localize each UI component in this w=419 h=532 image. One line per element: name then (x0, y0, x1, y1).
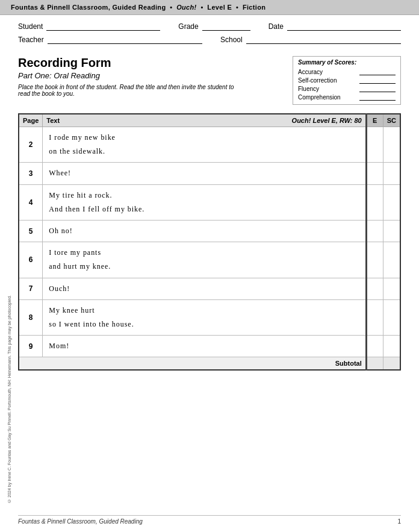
instructions: Place the book in front of the student. … (18, 84, 247, 97)
teacher-row: Teacher School (18, 34, 401, 44)
accuracy-line[interactable] (359, 68, 396, 75)
text-line: on the sidewalk. (49, 146, 359, 157)
text-cell: I rode my new bikeon the sidewalk. (43, 127, 366, 163)
table-row: 9Mom! (19, 336, 400, 357)
fluency-row: Fluency (298, 85, 396, 92)
text-cell: My tire hit a rock.And then I fell off m… (43, 184, 366, 220)
text-line: I rode my new bike (49, 132, 359, 143)
header-level: Level E (207, 4, 232, 11)
summary-box: Summary of Scores: Accuracy Self-correct… (293, 56, 401, 105)
table-row: 7Ouch! (19, 278, 400, 299)
comprehension-row: Comprehension (298, 93, 396, 101)
page-cell: 4 (19, 184, 43, 220)
ouch-info: Ouch! Level E, RW: 80 (60, 117, 362, 124)
student-row: Student Grade Date (18, 21, 401, 31)
page-cell: 7 (19, 278, 43, 299)
self-correction-label: Self-correction (298, 77, 337, 84)
part-one: Part One: Oral Reading (18, 71, 247, 80)
grade-label: Grade (178, 22, 198, 31)
table-row: 8My knee hurtso I went into the house. (19, 299, 400, 335)
e-cell[interactable] (366, 299, 383, 335)
school-line[interactable] (246, 34, 401, 44)
sc-column-header: SC (383, 114, 400, 127)
e-cell[interactable] (366, 127, 383, 163)
student-label: Student (18, 22, 43, 31)
page-cell: 8 (19, 299, 43, 335)
accuracy-label: Accuracy (298, 69, 323, 75)
text-line: Mom! (49, 340, 359, 352)
sc-cell[interactable] (383, 220, 400, 242)
date-label: Date (268, 22, 284, 31)
main-table-area: Page Text Ouch! Level E, RW: 80 E SC 2I … (0, 107, 419, 377)
form-fields: Student Grade Date Teacher School (0, 15, 419, 51)
sc-cell[interactable] (383, 127, 400, 163)
header-text: Fountas & Pinnell Classroom, Guided Read… (11, 4, 166, 11)
page-cell: 2 (19, 127, 43, 163)
subtotal-e-cell[interactable] (366, 357, 383, 371)
sc-cell[interactable] (383, 336, 400, 357)
recording-left: Recording Form Part One: Oral Reading Pl… (18, 56, 247, 97)
text-cell: Oh no! (43, 220, 366, 242)
header-book-title: Ouch! (176, 4, 196, 11)
page-footer: Fountas & Pinnell Classroom, Guided Read… (18, 515, 401, 525)
teacher-line[interactable] (48, 34, 202, 44)
part-one-value: Oral Reading (54, 71, 100, 80)
page-column-header: Page (19, 114, 43, 127)
text-cell: Whee! (43, 163, 366, 184)
text-header-label: Text (46, 117, 60, 124)
table-row: 5Oh no! (19, 220, 400, 242)
fluency-label: Fluency (298, 86, 319, 92)
sc-cell[interactable] (383, 184, 400, 220)
subtotal-label: Subtotal (19, 357, 366, 371)
text-line: My tire hit a rock. (49, 190, 359, 201)
text-line: I tore my pants (49, 247, 359, 258)
sc-cell[interactable] (383, 299, 400, 335)
comprehension-label: Comprehension (298, 94, 341, 101)
page-cell: 3 (19, 163, 43, 184)
part-one-label: Part One: (18, 71, 52, 80)
summary-title: Summary of Scores: (298, 59, 396, 66)
header-genre: Fiction (243, 4, 265, 11)
self-correction-line[interactable] (359, 77, 396, 84)
text-line: Whee! (49, 167, 359, 179)
page-cell: 6 (19, 242, 43, 278)
e-cell[interactable] (366, 163, 383, 184)
subtotal-row: Subtotal (19, 357, 400, 371)
text-column-header: Text Ouch! Level E, RW: 80 (43, 114, 366, 127)
sc-cell[interactable] (383, 163, 400, 184)
page-cell: 9 (19, 336, 43, 357)
copyright-text: © 2024 by Irene C. Fountas and Gay Su Pi… (7, 295, 12, 503)
e-cell[interactable] (366, 278, 383, 299)
recording-title-area: Recording Form Part One: Oral Reading Pl… (0, 51, 419, 107)
comprehension-line[interactable] (359, 93, 396, 101)
e-cell[interactable] (366, 220, 383, 242)
footer-page-number: 1 (397, 518, 401, 525)
grade-line[interactable] (202, 21, 250, 31)
e-cell[interactable] (366, 242, 383, 278)
text-line: And then I fell off my bike. (49, 204, 359, 215)
table-row: 6I tore my pantsand hurt my knee. (19, 242, 400, 278)
date-line[interactable] (287, 21, 401, 31)
table-header-row: Page Text Ouch! Level E, RW: 80 E SC (19, 114, 400, 127)
fluency-line[interactable] (359, 85, 396, 92)
e-cell[interactable] (366, 184, 383, 220)
table-row: 4My tire hit a rock.And then I fell off … (19, 184, 400, 220)
accuracy-row: Accuracy (298, 68, 396, 75)
self-correction-row: Self-correction (298, 77, 396, 84)
teacher-label: Teacher (18, 36, 44, 44)
sc-cell[interactable] (383, 278, 400, 299)
footer-left: Fountas & Pinnell Classroom, Guided Read… (18, 518, 143, 525)
page-wrapper: Fountas & Pinnell Classroom, Guided Read… (0, 0, 419, 532)
text-line: My knee hurt (49, 305, 359, 316)
e-column-header: E (366, 114, 383, 127)
student-line[interactable] (46, 21, 160, 31)
school-label: School (220, 36, 243, 44)
text-line: Oh no! (49, 225, 359, 237)
text-cell: I tore my pantsand hurt my knee. (43, 242, 366, 278)
subtotal-sc-cell[interactable] (383, 357, 400, 371)
reading-table: Page Text Ouch! Level E, RW: 80 E SC 2I … (18, 113, 401, 371)
sc-cell[interactable] (383, 242, 400, 278)
text-cell: My knee hurtso I went into the house. (43, 299, 366, 335)
e-cell[interactable] (366, 336, 383, 357)
text-line: so I went into the house. (49, 319, 359, 330)
